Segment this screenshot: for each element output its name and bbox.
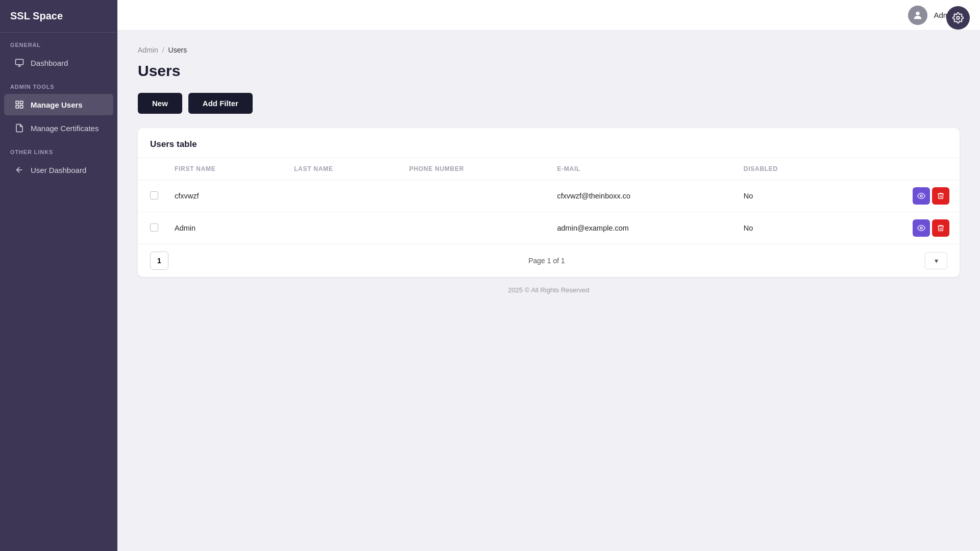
table-header-row: FIRST NAME LAST NAME PHONE NUMBER E-MAIL… (138, 158, 960, 180)
action-bar: New Add Filter (138, 93, 960, 114)
sidebar-item-label-dashboard: Dashboard (31, 59, 68, 67)
delete-button[interactable] (932, 187, 949, 205)
cell-first_name: cfxvwzf (166, 180, 286, 212)
sidebar-item-label-manage-certificates: Manage Certificates (31, 124, 99, 133)
sidebar-item-label-manage-users: Manage Users (31, 101, 83, 109)
sidebar-item-user-dashboard[interactable]: User Dashboard (4, 159, 113, 181)
page-info: Page 1 of 1 (177, 257, 917, 265)
col-first-name: FIRST NAME (166, 158, 286, 180)
cell-email: admin@example.com (549, 212, 735, 244)
table-title: Users table (138, 128, 960, 158)
view-button[interactable] (913, 187, 930, 205)
breadcrumb-separator: / (162, 46, 164, 54)
svg-rect-0 (16, 59, 23, 65)
page-1-button[interactable]: 1 (150, 252, 168, 270)
header: Admin ▾ (117, 0, 980, 31)
breadcrumb-admin[interactable]: Admin (138, 46, 158, 54)
sidebar-item-manage-users[interactable]: Manage Users (4, 94, 113, 115)
table-row: Adminadmin@example.comNo (138, 212, 960, 244)
sidebar-item-manage-certificates[interactable]: Manage Certificates (4, 117, 113, 139)
table-body: cfxvwzfcfxvwzf@theinboxx.coNoAdminadmin@… (138, 180, 960, 244)
cell-actions (841, 180, 960, 212)
monitor-icon (14, 58, 24, 68)
main-area: Admin ▾ Admin / Users Users New Add Filt… (117, 0, 980, 551)
col-checkbox (138, 158, 166, 180)
cell-last_name (286, 180, 401, 212)
row-checkbox-cell (138, 212, 166, 244)
svg-point-8 (916, 11, 920, 15)
col-phone: PHONE NUMBER (401, 158, 549, 180)
col-disabled: DISABLED (736, 158, 841, 180)
delete-button[interactable] (932, 219, 949, 237)
cell-first_name: Admin (166, 212, 286, 244)
row-checkbox[interactable] (150, 223, 158, 232)
cell-email: cfxvwzf@theinboxx.co (549, 180, 735, 212)
sidebar-section-general: GENERAL (0, 33, 117, 51)
col-actions (841, 158, 960, 180)
cell-last_name (286, 212, 401, 244)
sidebar-section-admin-tools: ADMIN TOOLS (0, 74, 117, 93)
breadcrumb: Admin / Users (138, 46, 960, 54)
app-logo: SSL Space (0, 0, 117, 33)
sidebar: SSL Space GENERALDashboardADMIN TOOLSMan… (0, 0, 117, 551)
cell-phone_number (401, 212, 549, 244)
sidebar-item-label-user-dashboard: User Dashboard (31, 166, 86, 174)
page-title: Users (138, 62, 960, 80)
add-filter-button[interactable]: Add Filter (188, 93, 253, 114)
arrow-left-icon (14, 165, 24, 175)
row-checkbox-cell (138, 180, 166, 212)
file-icon (14, 123, 24, 133)
svg-point-10 (920, 227, 922, 229)
svg-rect-4 (20, 101, 23, 104)
cell-disabled: No (736, 212, 841, 244)
new-button[interactable]: New (138, 93, 182, 114)
svg-point-9 (920, 195, 922, 197)
users-table: FIRST NAME LAST NAME PHONE NUMBER E-MAIL… (138, 158, 960, 244)
cell-actions (841, 212, 960, 244)
content-area: Admin / Users Users New Add Filter Users… (117, 31, 980, 551)
avatar (908, 6, 927, 25)
users-table-card: Users table FIRST NAME LAST NAME PHONE N… (138, 128, 960, 277)
pagination: 1 Page 1 of 1 ▾ (138, 244, 960, 277)
cell-disabled: No (736, 180, 841, 212)
footer: 2025 © All Rights Reserved (138, 277, 960, 303)
page-size-dropdown[interactable]: ▾ (925, 252, 947, 269)
sidebar-section-other-links: OTHER LINKS (0, 140, 117, 158)
breadcrumb-current: Users (168, 46, 187, 54)
grid-icon (14, 99, 24, 110)
view-button[interactable] (913, 219, 930, 237)
row-checkbox[interactable] (150, 191, 158, 199)
cell-phone_number (401, 180, 549, 212)
col-last-name: LAST NAME (286, 158, 401, 180)
svg-rect-3 (16, 101, 18, 104)
settings-button[interactable] (946, 6, 970, 30)
sidebar-item-dashboard[interactable]: Dashboard (4, 52, 113, 73)
table-row: cfxvwzfcfxvwzf@theinboxx.coNo (138, 180, 960, 212)
col-email: E-MAIL (549, 158, 735, 180)
svg-rect-5 (16, 106, 18, 108)
svg-rect-6 (20, 106, 23, 108)
